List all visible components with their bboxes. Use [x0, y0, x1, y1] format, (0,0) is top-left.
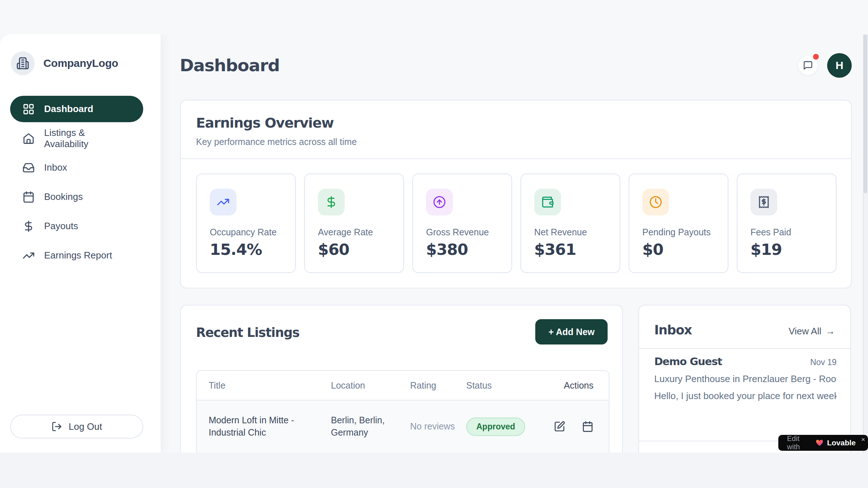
trending-up-icon [22, 249, 35, 262]
avatar[interactable]: H [827, 53, 852, 78]
column-rating: Rating [410, 380, 466, 391]
metric-value: $60 [318, 240, 390, 258]
dashboard-page: CompanyLogo Dashboard Listings & Availab… [0, 0, 868, 488]
status-badge: Approved [466, 418, 525, 436]
inbox-message[interactable]: Demo Guest Nov 19 Luxury Penthouse in Pr… [654, 355, 837, 402]
inbox-title: Inbox [654, 323, 692, 337]
sidebar-item-listings[interactable]: Listings & Availability [10, 125, 143, 151]
listing-location: Berlin, Berlin, Germany [331, 414, 410, 439]
logout-label: Log Out [69, 421, 102, 432]
listing-status: Approved [466, 418, 546, 436]
wallet-icon [534, 189, 561, 215]
metric-label: Net Revenue [534, 227, 607, 237]
home-icon [22, 132, 35, 145]
metric-label: Pending Payouts [642, 227, 715, 237]
scrollbar[interactable] [863, 34, 868, 453]
logout-button[interactable]: Log Out [10, 415, 143, 438]
metric-value: $380 [426, 240, 498, 258]
arrow-right-icon: → [826, 326, 835, 337]
trending-up-icon [210, 189, 237, 215]
app-viewport: CompanyLogo Dashboard Listings & Availab… [0, 34, 868, 453]
logo-text: CompanyLogo [43, 57, 118, 69]
recent-listings-title: Recent Listings [196, 325, 299, 340]
receipt-icon [750, 189, 777, 215]
metric-pending-payouts: Pending Payouts $0 [629, 174, 728, 273]
badge-prefix: Edit with [787, 435, 812, 451]
sidebar-item-earnings-report[interactable]: Earnings Report [10, 242, 143, 269]
circle-arrow-up-icon [426, 189, 453, 215]
metric-label: Fees Paid [750, 227, 823, 237]
dashboard-grid-icon [22, 103, 35, 115]
sidebar-item-dashboard[interactable]: Dashboard [10, 96, 143, 122]
metric-occupancy-rate: Occupancy Rate 15.4% [196, 174, 296, 273]
metric-value: $361 [534, 240, 607, 258]
sidebar-item-label: Dashboard [44, 103, 93, 115]
earnings-subtitle: Key performance metrics across all time [196, 137, 357, 147]
metric-label: Gross Revenue [426, 227, 498, 237]
inbox-icon [22, 162, 35, 174]
sidebar-item-inbox[interactable]: Inbox [10, 154, 143, 181]
company-logo-icon [11, 51, 35, 75]
listings-table: Title Location Rating Status Actions Mod… [196, 370, 609, 453]
badge-close-icon[interactable]: × [861, 436, 865, 444]
column-location: Location [331, 380, 410, 391]
message-sender: Demo Guest [654, 355, 722, 368]
sidebar-item-bookings[interactable]: Bookings [10, 184, 143, 210]
metrics-row: Occupancy Rate 15.4% Average Rate $60 Gr… [196, 174, 837, 273]
calendar-icon[interactable] [582, 421, 593, 432]
dollar-icon [318, 189, 345, 215]
page-bottom-strip [0, 453, 868, 488]
sidebar-item-label: Earnings Report [44, 250, 112, 261]
divider [181, 158, 851, 159]
sidebar-item-label: Bookings [44, 191, 83, 202]
scrollbar-thumb[interactable] [864, 34, 867, 193]
metric-value: 15.4% [210, 240, 282, 258]
column-actions: Actions [546, 380, 609, 391]
column-title: Title [197, 380, 331, 391]
inbox-card: Inbox View All → Demo Guest Nov 19 Luxur… [638, 305, 851, 453]
table-header: Title Location Rating Status Actions [197, 371, 609, 400]
listing-actions [546, 421, 609, 432]
message-preview: Hello, I just booked your place for next… [654, 390, 837, 402]
sidebar-nav: Dashboard Listings & Availability Inbox … [10, 96, 143, 269]
metric-gross-revenue: Gross Revenue $380 [412, 174, 512, 273]
badge-brand: Lovable [827, 438, 856, 447]
earnings-title: Earnings Overview [196, 115, 333, 131]
edit-icon[interactable] [554, 421, 565, 432]
edit-with-lovable-badge[interactable]: Edit with Lovable × [778, 435, 868, 451]
logo: CompanyLogo [11, 51, 118, 75]
metric-value: $19 [750, 240, 823, 258]
calendar-icon [22, 191, 35, 203]
sidebar-item-label: Inbox [44, 162, 67, 173]
metric-value: $0 [642, 240, 715, 258]
recent-listings-card: Recent Listings + Add New Title Location… [180, 305, 623, 453]
chat-bubble-icon [803, 60, 813, 70]
divider [639, 348, 850, 349]
metric-label: Occupancy Rate [210, 227, 282, 237]
column-status: Status [466, 380, 546, 391]
notification-dot [813, 54, 819, 60]
listing-rating: No reviews [410, 420, 466, 433]
earnings-overview-card: Earnings Overview Key performance metric… [180, 100, 852, 288]
metric-label: Average Rate [318, 227, 390, 237]
metric-fees-paid: Fees Paid $19 [737, 174, 837, 273]
view-all-label: View All [788, 326, 821, 337]
add-new-button[interactable]: + Add New [535, 319, 608, 344]
page-title: Dashboard [180, 55, 280, 75]
metric-average-rate: Average Rate $60 [304, 174, 404, 273]
logout-icon [51, 421, 62, 432]
clock-icon [642, 189, 669, 215]
avatar-initial: H [835, 59, 843, 72]
message-date: Nov 19 [810, 358, 837, 367]
table-row: Modern Loft in Mitte - Industrial Chic B… [197, 400, 609, 453]
view-all-link[interactable]: View All → [788, 326, 835, 337]
metric-net-revenue: Net Revenue $361 [520, 174, 620, 273]
dollar-icon [22, 220, 35, 232]
sidebar: CompanyLogo Dashboard Listings & Availab… [0, 34, 161, 453]
sidebar-item-label: Payouts [44, 221, 78, 232]
listing-title: Modern Loft in Mitte - Industrial Chic [197, 414, 331, 439]
sidebar-item-label: Listings & Availability [44, 127, 131, 150]
message-subject: Luxury Penthouse in Prenzlauer Berg - Ro… [654, 373, 837, 385]
sidebar-item-payouts[interactable]: Payouts [10, 213, 143, 239]
lovable-heart-icon [816, 438, 824, 447]
